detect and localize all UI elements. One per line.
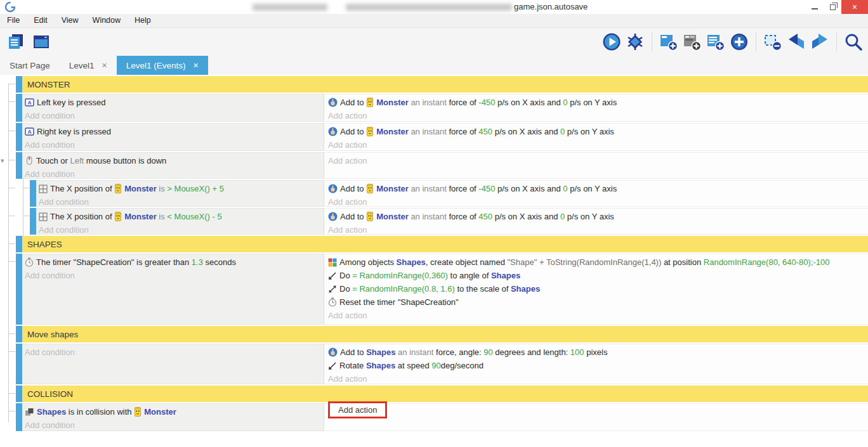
text-token: RandomInRange(80, 640-80);-100 [704,257,830,267]
action-line[interactable]: Add to Shapes an instant force, angle: 9… [328,346,868,359]
toolbar-separator [652,32,652,51]
text-token: p/s on X axis and [492,127,560,136]
add-condition-button[interactable]: Add condition [39,195,324,207]
text-token: Monster [376,212,409,221]
add-circle-icon [730,32,749,51]
add-action-button[interactable]: Add action [328,195,868,209]
keyboard-icon: A [25,127,34,136]
condition-line[interactable]: Touch or Left mouse button is down [25,154,324,167]
add-action-button[interactable]: Add action [328,138,868,152]
group-header[interactable]: SHAPES [22,236,868,252]
add-condition-button[interactable]: Add condition [25,167,324,179]
menu-window[interactable]: Window [86,14,128,28]
action-line[interactable]: Do = RandomInRange(0.8, 1.6) to the scal… [328,282,868,295]
add-condition-button[interactable]: Add condition [25,418,324,431]
window-title: game.json.autosave [514,2,588,11]
tab-close-icon[interactable]: × [194,60,199,70]
close-button[interactable]: × [841,0,868,14]
event-color-bar [16,152,22,179]
tab-level1[interactable]: Level1× [60,56,117,75]
toolbar-separator [756,32,756,51]
toolbar-button-project-manager[interactable] [6,32,26,52]
text-token: Left key is pressed [37,98,105,107]
minimize-button[interactable] [806,0,824,14]
group-header[interactable]: COLLISION [22,385,868,402]
menu-file[interactable]: File [0,14,27,28]
text-token: Monster [144,407,176,417]
condition-line[interactable]: ALeft key is pressed [25,96,324,109]
title-bar: game.json.autosave × [0,0,868,14]
action-line[interactable]: Rotate Shapes at speed 90deg/second [328,359,868,372]
collapse-arrow-icon[interactable]: ▾ [1,157,4,164]
blurred-title-text [253,4,327,11]
placeholder-label: Add action [328,111,367,120]
toolbar-button-redo[interactable] [810,32,830,52]
action-line[interactable]: Reset the timer "ShapeCreation" [328,295,868,309]
group-header[interactable]: MONSTER [22,76,868,93]
text-token: Shapes [511,284,540,294]
action-line[interactable]: Among objects Shapes, create object name… [328,256,868,269]
toolbar-button-add-subevent[interactable] [682,32,702,52]
condition-line[interactable]: The X position of Monster is > MouseX() … [39,182,324,195]
toolbar-button-add-event[interactable] [659,32,679,52]
monster-icon [114,212,122,221]
action-line[interactable]: Add to Monster an instant force of 450 p… [328,125,868,138]
text-token: -450 [478,184,495,193]
event-color-bar [16,344,22,384]
text-token: Add to [340,127,366,136]
menu-view[interactable]: View [55,14,86,28]
text-token: 90 [431,361,440,370]
placeholder-label: Add action [328,225,367,235]
restore-button[interactable] [824,0,841,14]
text-token: force of [449,98,478,107]
actions-cell: Add action [324,403,868,431]
add-action-button[interactable]: Add action [328,309,868,322]
add-condition-button[interactable]: Add condition [25,269,324,282]
add-action-button[interactable]: Add action [328,154,868,167]
placeholder-label: Add action [328,156,367,165]
add-action-button-highlighted[interactable]: Add action [328,401,387,418]
text-token: = RandomInRange(0.8, 1.6) [352,284,455,294]
add-condition-button[interactable]: Add condition [39,223,324,235]
action-line[interactable]: Add to Monster an instant force of -450 … [328,96,868,109]
text-token: Shapes [491,271,520,280]
toolbar-button-add-comment[interactable] [706,32,726,52]
text-token: deg/second [441,361,483,370]
condition-line[interactable]: Shapes is in collision with Monster [25,405,324,418]
event-row: ARight key is pressedAdd conditionAdd to… [0,123,868,151]
timer-icon [328,297,337,307]
actions-cell: Add action [324,152,868,179]
action-line[interactable]: Add to Monster an instant force of 450 p… [328,210,868,223]
tab-close-icon[interactable]: × [102,60,107,70]
conditions-cell: ALeft key is pressedAdd condition [22,94,324,122]
condition-line[interactable]: ARight key is pressed [25,125,324,138]
create-icon [328,258,337,267]
group-header[interactable]: Move shapes [22,326,868,342]
condition-line[interactable]: The timer "ShapeCreation" is greater tha… [25,256,324,269]
toolbar-button-scene-editor[interactable] [31,32,51,52]
minimize-icon [812,8,818,10]
menu-help[interactable]: Help [128,14,158,28]
menu-edit[interactable]: Edit [27,14,55,28]
tab-start-page[interactable]: Start Page [0,56,60,75]
toolbar-button-undo[interactable] [786,32,806,52]
toolbar-button-add-circle[interactable] [729,32,749,52]
add-action-button[interactable]: Add action [328,223,868,236]
toolbar-button-debug[interactable] [625,32,645,52]
toolbar-button-search[interactable] [843,32,864,52]
rotate-icon [328,271,337,280]
action-line[interactable]: Do = RandomInRange(0,360) to angle of Sh… [328,269,868,282]
conditions-cell: The timer "ShapeCreation" is greater tha… [22,254,324,325]
toolbar-button-play[interactable] [602,32,622,52]
add-condition-button[interactable]: Add condition [25,138,324,151]
toolbar-right [602,32,868,52]
action-line[interactable]: Add to Monster an instant force of -450 … [328,182,868,195]
add-action-button[interactable]: Add action [328,109,868,122]
add-condition-button[interactable]: Add condition [25,346,324,359]
tab-level1-events[interactable]: Level1 (Events)× [117,56,208,75]
add-condition-button[interactable]: Add condition [25,109,324,122]
toolbar-button-remove-event[interactable] [763,32,783,52]
text-token: < MouseX() - 5 [167,212,221,221]
add-action-button[interactable]: Add action [328,372,868,385]
condition-line[interactable]: The X position of Monster is < MouseX() … [39,210,324,223]
